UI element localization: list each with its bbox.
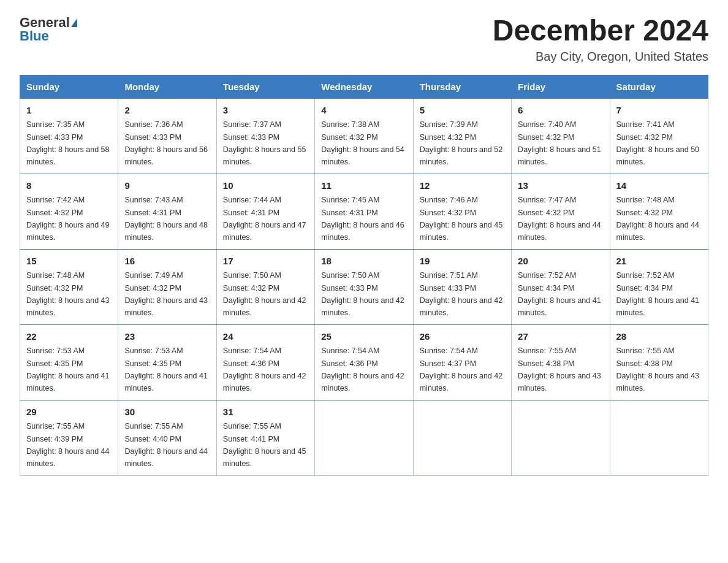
calendar-day-cell: 23 Sunrise: 7:53 AMSunset: 4:35 PMDaylig…	[118, 324, 216, 400]
calendar-day-cell: 24 Sunrise: 7:54 AMSunset: 4:36 PMDaylig…	[216, 324, 314, 400]
calendar-day-cell: 20 Sunrise: 7:52 AMSunset: 4:34 PMDaylig…	[512, 249, 610, 324]
day-detail: Sunrise: 7:41 AMSunset: 4:32 PMDaylight:…	[616, 120, 700, 166]
day-number: 24	[223, 330, 308, 344]
col-saturday: Saturday	[610, 75, 708, 98]
calendar-day-cell: 12 Sunrise: 7:46 AMSunset: 4:32 PMDaylig…	[413, 174, 511, 249]
calendar-day-cell: 4 Sunrise: 7:38 AMSunset: 4:32 PMDayligh…	[315, 98, 413, 174]
day-number: 9	[124, 179, 210, 193]
calendar-day-cell: 16 Sunrise: 7:49 AMSunset: 4:32 PMDaylig…	[118, 249, 216, 324]
day-detail: Sunrise: 7:35 AMSunset: 4:33 PMDaylight:…	[26, 120, 110, 166]
day-number: 1	[26, 104, 112, 118]
day-number: 13	[518, 179, 603, 193]
col-friday: Friday	[512, 75, 610, 98]
calendar-day-cell: 17 Sunrise: 7:50 AMSunset: 4:32 PMDaylig…	[216, 249, 314, 324]
day-detail: Sunrise: 7:46 AMSunset: 4:32 PMDaylight:…	[420, 196, 503, 242]
calendar-day-cell: 3 Sunrise: 7:37 AMSunset: 4:33 PMDayligh…	[216, 98, 314, 174]
calendar-day-cell: 9 Sunrise: 7:43 AMSunset: 4:31 PMDayligh…	[118, 174, 216, 249]
day-number: 21	[616, 255, 702, 269]
calendar-day-cell: 13 Sunrise: 7:47 AMSunset: 4:32 PMDaylig…	[512, 174, 610, 249]
day-number: 20	[518, 255, 603, 269]
day-number: 27	[518, 330, 603, 344]
day-number: 3	[223, 104, 308, 118]
calendar-week-row: 8 Sunrise: 7:42 AMSunset: 4:32 PMDayligh…	[20, 174, 708, 249]
calendar-day-cell: 27 Sunrise: 7:55 AMSunset: 4:38 PMDaylig…	[512, 324, 610, 400]
day-detail: Sunrise: 7:53 AMSunset: 4:35 PMDaylight:…	[124, 347, 208, 393]
day-number: 18	[321, 255, 406, 269]
day-detail: Sunrise: 7:45 AMSunset: 4:31 PMDaylight:…	[321, 196, 404, 242]
day-detail: Sunrise: 7:50 AMSunset: 4:32 PMDaylight:…	[223, 271, 306, 317]
day-number: 12	[420, 179, 505, 193]
day-detail: Sunrise: 7:47 AMSunset: 4:32 PMDaylight:…	[518, 196, 601, 242]
day-detail: Sunrise: 7:55 AMSunset: 4:38 PMDaylight:…	[616, 347, 700, 393]
day-detail: Sunrise: 7:53 AMSunset: 4:35 PMDaylight:…	[26, 347, 110, 393]
day-detail: Sunrise: 7:55 AMSunset: 4:40 PMDaylight:…	[124, 422, 208, 468]
calendar-day-cell: 19 Sunrise: 7:51 AMSunset: 4:33 PMDaylig…	[413, 249, 511, 324]
logo-area: General Blue	[20, 15, 77, 44]
col-wednesday: Wednesday	[315, 75, 413, 98]
calendar-day-cell: 7 Sunrise: 7:41 AMSunset: 4:32 PMDayligh…	[610, 98, 708, 174]
day-number: 7	[616, 104, 702, 118]
calendar-day-cell: 14 Sunrise: 7:48 AMSunset: 4:32 PMDaylig…	[610, 174, 708, 249]
logo-blue-text: Blue	[20, 28, 49, 44]
subtitle: Bay City, Oregon, United States	[493, 50, 708, 64]
col-tuesday: Tuesday	[216, 75, 314, 98]
day-detail: Sunrise: 7:37 AMSunset: 4:33 PMDaylight:…	[223, 120, 306, 166]
calendar-day-cell: 6 Sunrise: 7:40 AMSunset: 4:32 PMDayligh…	[512, 98, 610, 174]
calendar-day-cell	[512, 400, 610, 475]
day-detail: Sunrise: 7:36 AMSunset: 4:33 PMDaylight:…	[124, 120, 208, 166]
title-area: December 2024 Bay City, Oregon, United S…	[493, 15, 708, 64]
day-number: 6	[518, 104, 603, 118]
calendar-day-cell	[413, 400, 511, 475]
day-detail: Sunrise: 7:43 AMSunset: 4:31 PMDaylight:…	[124, 196, 208, 242]
calendar-day-cell: 28 Sunrise: 7:55 AMSunset: 4:38 PMDaylig…	[610, 324, 708, 400]
day-detail: Sunrise: 7:48 AMSunset: 4:32 PMDaylight:…	[26, 271, 110, 317]
day-number: 28	[616, 330, 702, 344]
day-detail: Sunrise: 7:55 AMSunset: 4:39 PMDaylight:…	[26, 422, 110, 468]
day-detail: Sunrise: 7:44 AMSunset: 4:31 PMDaylight:…	[223, 196, 306, 242]
calendar-day-cell: 5 Sunrise: 7:39 AMSunset: 4:32 PMDayligh…	[413, 98, 511, 174]
day-number: 29	[26, 405, 112, 419]
calendar-day-cell	[610, 400, 708, 475]
calendar-day-cell: 1 Sunrise: 7:35 AMSunset: 4:33 PMDayligh…	[20, 98, 118, 174]
calendar-day-cell: 30 Sunrise: 7:55 AMSunset: 4:40 PMDaylig…	[118, 400, 216, 475]
day-detail: Sunrise: 7:48 AMSunset: 4:32 PMDaylight:…	[616, 196, 700, 242]
calendar-week-row: 29 Sunrise: 7:55 AMSunset: 4:39 PMDaylig…	[20, 400, 708, 475]
calendar-day-cell: 11 Sunrise: 7:45 AMSunset: 4:31 PMDaylig…	[315, 174, 413, 249]
day-number: 11	[321, 179, 406, 193]
day-number: 2	[124, 104, 210, 118]
day-number: 15	[26, 255, 112, 269]
day-detail: Sunrise: 7:55 AMSunset: 4:38 PMDaylight:…	[518, 347, 601, 393]
day-detail: Sunrise: 7:40 AMSunset: 4:32 PMDaylight:…	[518, 120, 601, 166]
day-number: 5	[420, 104, 505, 118]
day-detail: Sunrise: 7:54 AMSunset: 4:36 PMDaylight:…	[321, 347, 404, 393]
calendar-day-cell: 22 Sunrise: 7:53 AMSunset: 4:35 PMDaylig…	[20, 324, 118, 400]
day-number: 25	[321, 330, 406, 344]
day-detail: Sunrise: 7:38 AMSunset: 4:32 PMDaylight:…	[321, 120, 404, 166]
day-detail: Sunrise: 7:55 AMSunset: 4:41 PMDaylight:…	[223, 422, 306, 468]
calendar-day-cell: 8 Sunrise: 7:42 AMSunset: 4:32 PMDayligh…	[20, 174, 118, 249]
day-number: 30	[124, 405, 210, 419]
calendar-day-cell: 2 Sunrise: 7:36 AMSunset: 4:33 PMDayligh…	[118, 98, 216, 174]
day-detail: Sunrise: 7:51 AMSunset: 4:33 PMDaylight:…	[420, 271, 503, 317]
calendar-day-cell: 26 Sunrise: 7:54 AMSunset: 4:37 PMDaylig…	[413, 324, 511, 400]
day-number: 4	[321, 104, 406, 118]
day-detail: Sunrise: 7:42 AMSunset: 4:32 PMDaylight:…	[26, 196, 110, 242]
day-detail: Sunrise: 7:54 AMSunset: 4:37 PMDaylight:…	[420, 347, 503, 393]
day-number: 16	[124, 255, 210, 269]
calendar-day-cell: 18 Sunrise: 7:50 AMSunset: 4:33 PMDaylig…	[315, 249, 413, 324]
calendar-day-cell: 10 Sunrise: 7:44 AMSunset: 4:31 PMDaylig…	[216, 174, 314, 249]
calendar-day-cell: 21 Sunrise: 7:52 AMSunset: 4:34 PMDaylig…	[610, 249, 708, 324]
day-detail: Sunrise: 7:39 AMSunset: 4:32 PMDaylight:…	[420, 120, 503, 166]
header: General Blue December 2024 Bay City, Ore…	[20, 15, 708, 64]
day-detail: Sunrise: 7:52 AMSunset: 4:34 PMDaylight:…	[616, 271, 700, 317]
day-number: 19	[420, 255, 505, 269]
calendar-week-row: 1 Sunrise: 7:35 AMSunset: 4:33 PMDayligh…	[20, 98, 708, 174]
calendar-day-cell: 15 Sunrise: 7:48 AMSunset: 4:32 PMDaylig…	[20, 249, 118, 324]
day-detail: Sunrise: 7:50 AMSunset: 4:33 PMDaylight:…	[321, 271, 404, 317]
calendar-day-cell: 29 Sunrise: 7:55 AMSunset: 4:39 PMDaylig…	[20, 400, 118, 475]
calendar-week-row: 15 Sunrise: 7:48 AMSunset: 4:32 PMDaylig…	[20, 249, 708, 324]
day-detail: Sunrise: 7:54 AMSunset: 4:36 PMDaylight:…	[223, 347, 306, 393]
logo-triangle-icon	[71, 18, 77, 27]
calendar-day-cell	[315, 400, 413, 475]
calendar-day-cell: 31 Sunrise: 7:55 AMSunset: 4:41 PMDaylig…	[216, 400, 314, 475]
